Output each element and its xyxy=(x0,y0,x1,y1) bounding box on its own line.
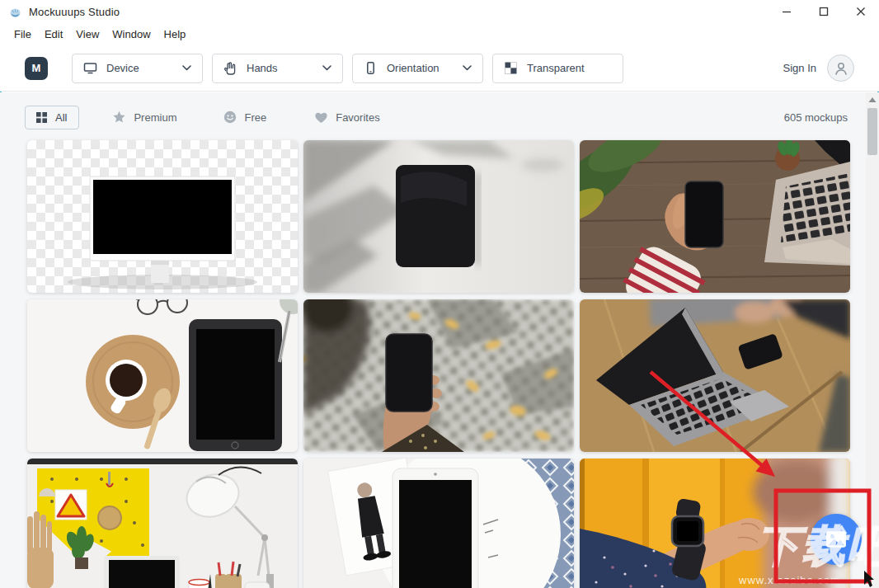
minimize-icon xyxy=(782,7,792,16)
mockup-scene-tablet-magazine xyxy=(303,459,574,588)
mockup-scene-cobblestone xyxy=(303,299,574,452)
window-title: Mockuuups Studio xyxy=(29,6,120,18)
filter-all-label: All xyxy=(55,111,67,124)
scroll-up-icon[interactable] xyxy=(868,96,877,103)
orientation-dropdown-label: Orientation xyxy=(387,62,440,74)
brand-logo: M xyxy=(25,57,48,80)
menu-edit[interactable]: Edit xyxy=(38,25,69,44)
mockup-scene-smartwatch xyxy=(580,459,850,588)
transparent-toggle[interactable]: Transparent xyxy=(492,54,623,83)
mockup-thumbnail-smartwatch[interactable] xyxy=(580,459,850,588)
device-dropdown-label: Device xyxy=(106,62,139,74)
maximize-button[interactable] xyxy=(805,0,842,23)
minimize-button[interactable] xyxy=(768,0,805,23)
mockup-scene-pegboard xyxy=(27,459,298,588)
mockup-thumbnail-tablet-shadows[interactable] xyxy=(303,140,574,293)
transparent-label: Transparent xyxy=(527,62,585,74)
filter-tab-all[interactable]: All xyxy=(25,106,79,129)
phone-icon xyxy=(364,61,378,75)
menu-view[interactable]: View xyxy=(69,25,106,44)
filter-premium-label: Premium xyxy=(134,111,176,124)
sign-in-link[interactable]: Sign In xyxy=(783,62,816,74)
filter-tab-free[interactable]: Free xyxy=(223,111,266,124)
app-logo-icon xyxy=(8,6,22,20)
mockup-scene-hand-phone xyxy=(580,140,850,293)
menu-file[interactable]: File xyxy=(7,25,38,44)
star-icon xyxy=(112,111,126,124)
mockup-thumbnail-tablet-magazine[interactable] xyxy=(303,459,574,588)
scrollbar-thumb[interactable] xyxy=(867,108,877,155)
orientation-dropdown[interactable]: Orientation xyxy=(352,54,483,83)
mockup-scene-coffee xyxy=(27,299,298,452)
mockup-thumbnail-pegboard-desk[interactable] xyxy=(27,459,298,588)
mockup-thumbnail-hand-phone-desk[interactable] xyxy=(580,140,850,293)
hand-icon xyxy=(223,61,237,75)
mockup-scene-laptop xyxy=(580,299,850,452)
title-bar: Mockuuups Studio xyxy=(0,0,879,23)
user-icon xyxy=(834,61,848,76)
mockup-thumbnail-coffee-tablet[interactable] xyxy=(27,299,298,452)
monitor-icon xyxy=(83,61,97,75)
toolbar: M Device Hands Orientation Transparent xyxy=(0,45,879,92)
mockup-thumbnail-phone-cobblestone[interactable] xyxy=(303,299,574,452)
chevron-down-icon xyxy=(463,65,472,71)
filter-free-label: Free xyxy=(244,111,266,124)
filter-favorites-label: Favorites xyxy=(336,111,379,124)
chevron-down-icon xyxy=(322,65,331,71)
device-dropdown[interactable]: Device xyxy=(72,54,203,83)
grid-icon xyxy=(35,111,48,124)
account-avatar-button[interactable] xyxy=(827,54,854,82)
heart-icon xyxy=(314,111,328,124)
menu-bar: File Edit View Window Help xyxy=(0,23,879,45)
maximize-icon xyxy=(819,7,829,16)
chevron-down-icon xyxy=(182,65,191,71)
mockup-thumbnail-laptop-desk[interactable] xyxy=(580,299,850,452)
mockup-scene-tablet-shadow xyxy=(303,140,574,293)
menu-window[interactable]: Window xyxy=(106,25,157,44)
smiley-icon xyxy=(223,111,237,124)
hands-dropdown-label: Hands xyxy=(247,62,278,74)
mockup-grid xyxy=(27,140,879,588)
mockup-thumbnail-monitor-transparent[interactable] xyxy=(27,140,298,293)
close-button[interactable] xyxy=(842,0,879,23)
insert-image-fab[interactable] xyxy=(811,514,862,565)
filter-bar: All Premium Free Favorites 605 mockups xyxy=(0,92,879,129)
mockup-scene-monitor xyxy=(27,140,298,293)
close-icon xyxy=(856,7,866,16)
content-area: All Premium Free Favorites 605 mockups xyxy=(0,92,879,588)
vertical-scrollbar[interactable] xyxy=(866,92,879,588)
filter-tab-premium[interactable]: Premium xyxy=(112,111,176,124)
hands-dropdown[interactable]: Hands xyxy=(212,54,343,83)
mockup-count: 605 mockups xyxy=(784,111,848,124)
image-icon xyxy=(825,529,847,550)
transparency-checker-icon xyxy=(504,61,518,75)
filter-tab-favorites[interactable]: Favorites xyxy=(314,111,379,124)
menu-help[interactable]: Help xyxy=(157,25,193,44)
